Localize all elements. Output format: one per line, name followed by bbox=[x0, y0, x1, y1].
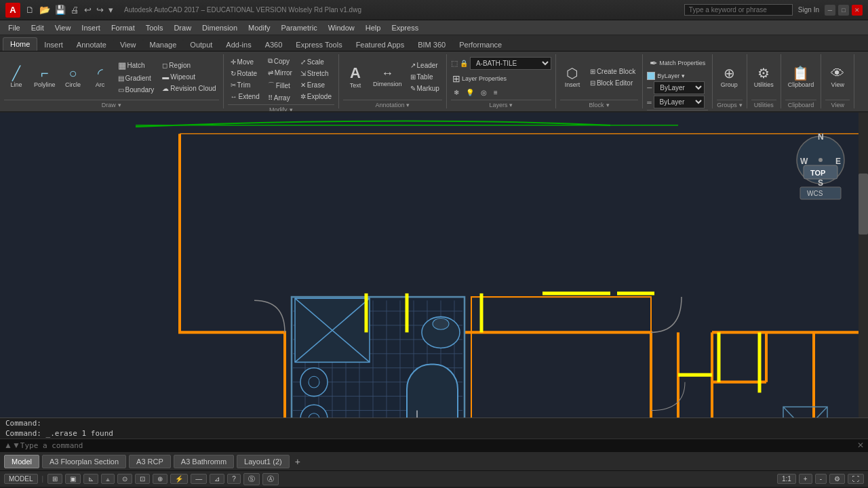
lw-button[interactable]: — bbox=[191, 474, 207, 484]
tab-bim360[interactable]: BIM 360 bbox=[411, 39, 452, 51]
insert-button[interactable]: ⬡ Insert bbox=[560, 64, 585, 90]
scrollbar-thumb[interactable] bbox=[859, 174, 868, 235]
gradient-button[interactable]: ▤ Gradient bbox=[115, 73, 157, 83]
menu-view[interactable]: View bbox=[50, 20, 77, 35]
layer-select[interactable]: A-BATH-TILE bbox=[470, 57, 551, 70]
tab-insert[interactable]: Insert bbox=[37, 39, 70, 51]
move-button[interactable]: ✛ Move bbox=[228, 57, 262, 67]
mirror-button[interactable]: ⇌ Mirror bbox=[265, 68, 295, 78]
menu-edit[interactable]: Edit bbox=[26, 20, 50, 35]
settings-button[interactable]: ⚙ bbox=[829, 474, 845, 484]
tab-addins[interactable]: Add-ins bbox=[219, 39, 258, 51]
polyline-button[interactable]: ⌐ Polyline bbox=[31, 64, 58, 90]
ducs-button[interactable]: ⊕ bbox=[153, 474, 167, 484]
model-space-button[interactable]: MODEL bbox=[4, 474, 38, 484]
annotation-expand-icon[interactable]: ▾ bbox=[406, 102, 410, 108]
tab-home[interactable]: Home bbox=[3, 37, 37, 51]
trim-button[interactable]: ✂ Trim bbox=[228, 80, 262, 90]
workspace-dropdown[interactable]: ▾ bbox=[107, 5, 115, 15]
menu-draw[interactable]: Draw bbox=[168, 20, 197, 35]
layer-off-button[interactable]: 💡 bbox=[463, 87, 477, 98]
tab-featured[interactable]: Featured Apps bbox=[349, 39, 412, 51]
polar-button[interactable]: ⟁ bbox=[101, 474, 115, 484]
clipboard-button[interactable]: 📋 Clipboard bbox=[785, 64, 817, 90]
create-block-button[interactable]: ⊞ Create Block bbox=[587, 66, 638, 77]
erase-button[interactable]: ✕ Erase bbox=[298, 80, 334, 90]
tab-performance[interactable]: Performance bbox=[452, 39, 509, 51]
zoom-in-button[interactable]: + bbox=[799, 474, 812, 484]
zoom-level[interactable]: 1:1 bbox=[777, 474, 796, 484]
groups-expand-icon[interactable]: ▾ bbox=[739, 102, 743, 108]
linetype-select[interactable]: ByLayer bbox=[654, 81, 705, 94]
stretch-button[interactable]: ⇲ Stretch bbox=[298, 68, 334, 79]
scale-button[interactable]: ⤢ Scale bbox=[298, 57, 334, 67]
menu-insert[interactable]: Insert bbox=[76, 20, 106, 35]
markup-button[interactable]: ✎ Markup bbox=[408, 83, 442, 94]
text-button[interactable]: A Text bbox=[343, 64, 368, 91]
boundary-button[interactable]: ▭ Boundary bbox=[115, 85, 157, 95]
leader-button[interactable]: ↗ Leader bbox=[408, 60, 442, 70]
maximize-button[interactable]: □ bbox=[838, 5, 849, 16]
menu-dimension[interactable]: Dimension bbox=[197, 20, 243, 35]
cmd-scroll-down[interactable]: ▼ bbox=[12, 441, 20, 450]
search-input[interactable] bbox=[684, 4, 793, 16]
tp-button[interactable]: ⊿ bbox=[210, 474, 224, 484]
menu-file[interactable]: File bbox=[3, 20, 26, 35]
osnap-button[interactable]: ⊙ bbox=[117, 474, 132, 484]
wipeout-button[interactable]: ▬ Wipeout bbox=[159, 72, 218, 82]
group-button[interactable]: ⊕ Group bbox=[717, 64, 741, 90]
match-properties-button[interactable]: ✒ Match Properties bbox=[647, 56, 708, 70]
line-button[interactable]: ╱ Line bbox=[4, 64, 28, 90]
tab-a3-bathroom[interactable]: A3 Bathromm bbox=[174, 455, 234, 468]
view-button[interactable]: 👁 View bbox=[825, 64, 850, 90]
grid-button[interactable]: ⊞ bbox=[47, 474, 62, 484]
cad-viewport[interactable]: [-][Top][2D Wireframe] bbox=[0, 113, 868, 418]
snap-button[interactable]: ▣ bbox=[65, 474, 81, 484]
layer-freeze-button[interactable]: ❄ bbox=[451, 87, 462, 98]
layer-isolate-button[interactable]: ◎ bbox=[478, 87, 490, 98]
command-input[interactable] bbox=[20, 441, 857, 450]
tab-a3-rcp[interactable]: A3 RCP bbox=[129, 455, 171, 468]
open-button[interactable]: 📂 bbox=[38, 5, 52, 15]
qp-button[interactable]: ? bbox=[227, 474, 241, 484]
menu-express[interactable]: Express bbox=[386, 20, 424, 35]
zoom-out-button[interactable]: - bbox=[815, 474, 827, 484]
am-button[interactable]: Ⓐ bbox=[262, 473, 279, 485]
tab-layout1[interactable]: Layout1 (2) bbox=[237, 455, 290, 468]
new-button[interactable]: 🗋 bbox=[24, 5, 36, 15]
tab-output[interactable]: Output bbox=[183, 39, 219, 51]
menu-parametric[interactable]: Parametric bbox=[275, 20, 322, 35]
cmd-clear[interactable]: ✕ bbox=[857, 441, 864, 450]
utilities-button[interactable]: ⚙ Utilities bbox=[751, 64, 776, 90]
modify-expand-icon[interactable]: ▾ bbox=[290, 106, 293, 113]
region-button[interactable]: ◻ Region bbox=[159, 60, 218, 70]
tab-annotate[interactable]: Annotate bbox=[70, 39, 113, 51]
block-expand-icon[interactable]: ▾ bbox=[606, 102, 610, 108]
dyn-button[interactable]: ⚡ bbox=[170, 474, 188, 484]
add-tab-button[interactable]: + bbox=[292, 456, 303, 467]
rotate-button[interactable]: ↻ Rotate bbox=[228, 68, 262, 79]
sign-in-link[interactable]: Sign In bbox=[798, 6, 819, 14]
tab-model[interactable]: Model bbox=[4, 455, 39, 468]
layer-properties-button[interactable]: ⊞ Layer Properties bbox=[451, 72, 508, 85]
menu-format[interactable]: Format bbox=[106, 20, 140, 35]
undo-button[interactable]: ↩ bbox=[83, 5, 93, 15]
dimension-button[interactable]: ↔ Dimension bbox=[370, 65, 405, 89]
tab-a360[interactable]: A360 bbox=[258, 39, 290, 51]
define-block-button[interactable]: ⊟ Block Editor bbox=[587, 78, 638, 88]
array-button[interactable]: ⠿ Array bbox=[265, 93, 295, 103]
lineweight-select[interactable]: ByLayer bbox=[654, 96, 705, 108]
save-button[interactable]: 💾 bbox=[54, 5, 67, 15]
circle-button[interactable]: ○ Circle bbox=[61, 64, 85, 90]
menu-window[interactable]: Window bbox=[323, 20, 360, 35]
tab-manage[interactable]: Manage bbox=[143, 39, 184, 51]
menu-modify[interactable]: Modify bbox=[243, 20, 275, 35]
cmd-scroll-up[interactable]: ▲ bbox=[4, 441, 12, 450]
color-dropdown-icon[interactable]: ▾ bbox=[682, 73, 685, 79]
tab-express[interactable]: Express Tools bbox=[289, 39, 349, 51]
ortho-button[interactable]: ⊾ bbox=[83, 474, 98, 484]
revision-button[interactable]: ☁ Revision Cloud bbox=[159, 83, 218, 94]
table-button[interactable]: ⊞ Table bbox=[408, 72, 442, 82]
redo-button[interactable]: ↪ bbox=[95, 5, 105, 15]
close-button[interactable]: ✕ bbox=[852, 5, 863, 16]
